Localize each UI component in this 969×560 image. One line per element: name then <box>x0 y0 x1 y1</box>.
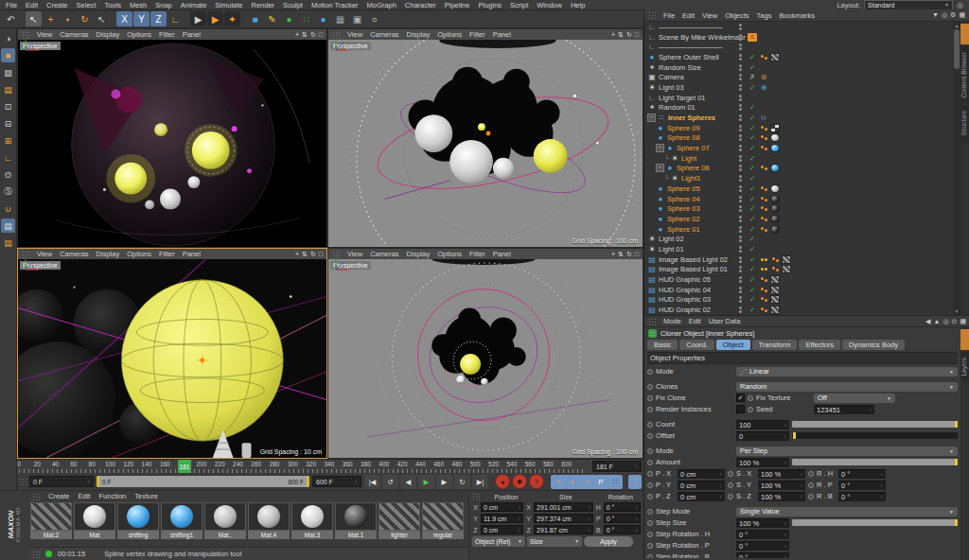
menu-edit[interactable]: Edit <box>26 1 38 9</box>
play-forward-button[interactable]: ▶ <box>418 475 434 489</box>
om-menu-file[interactable]: File <box>663 11 675 20</box>
keyframe-dot-icon[interactable] <box>647 433 653 439</box>
vis-tag[interactable] <box>736 295 746 304</box>
material-thumbnail[interactable] <box>379 502 420 531</box>
object-name[interactable]: Sphere Outer Shell <box>659 53 719 61</box>
vp-menu-filter[interactable]: Filter <box>469 250 485 258</box>
material-mat[interactable]: Mat <box>74 502 115 539</box>
frame-ruler[interactable]: 181 020406080100120140160180200220240260… <box>19 460 585 474</box>
rotate-view-icon[interactable]: ↻ <box>310 251 316 258</box>
keyframe-dot-icon[interactable] <box>728 471 733 477</box>
am-grid-icon[interactable]: ▦ <box>960 318 966 325</box>
maximize-view-icon[interactable]: □ <box>319 251 323 258</box>
material-menu-texture[interactable]: Texture <box>134 492 158 500</box>
phong-tag[interactable] <box>770 265 780 273</box>
object-name[interactable]: HUD Graphic 02 <box>659 306 711 314</box>
menu-script[interactable]: Script <box>510 1 528 9</box>
tex-hatch-tag[interactable] <box>770 295 780 304</box>
frame-tick-280[interactable]: 280 <box>270 461 280 467</box>
vis-tag[interactable] <box>736 43 746 51</box>
stepper-icon[interactable]: ↕ <box>781 433 786 439</box>
stepper-icon[interactable]: ↕ <box>781 554 786 558</box>
object-name[interactable]: Sphere 02 <box>667 215 700 223</box>
material-menu-edit[interactable]: Edit <box>79 492 91 500</box>
lock-z-axis-icon[interactable]: Z <box>150 11 167 26</box>
check-tag[interactable]: ✓ <box>748 174 757 183</box>
check-tag[interactable]: ✓ <box>748 265 757 273</box>
menu-window[interactable]: Window <box>537 1 562 9</box>
vis-tag[interactable] <box>736 73 746 81</box>
stepper-icon[interactable]: ↕ <box>797 471 802 477</box>
slider-handle[interactable] <box>955 421 958 428</box>
tex-dark-tag[interactable] <box>770 225 780 234</box>
vis-tag[interactable] <box>736 174 746 183</box>
compose-tag[interactable] <box>759 255 768 264</box>
key-position-button[interactable]: + <box>552 476 565 488</box>
stepper-icon[interactable]: ↕ <box>781 543 786 549</box>
frame-tick-80[interactable]: 80 <box>89 461 96 467</box>
object-name[interactable]: Inner Spheres <box>668 114 715 122</box>
side-tab-objects[interactable] <box>960 24 969 44</box>
object-row-hud-graphic-04[interactable]: ▤HUD Graphic 04✓ <box>644 285 953 295</box>
per-step-dropdown[interactable]: Per Step▼ <box>736 446 958 456</box>
vp-menu-options[interactable]: Options <box>437 30 462 39</box>
vis-tag[interactable] <box>736 53 746 61</box>
value-field[interactable]: 123451↕ <box>814 405 874 414</box>
goto-start-button[interactable]: |◀ <box>364 475 380 489</box>
scroll-down-icon[interactable]: ▼ <box>953 307 960 315</box>
material-thumbnail[interactable] <box>204 502 246 531</box>
vis-tag[interactable] <box>736 286 746 294</box>
object-name[interactable]: Light 03 <box>659 83 684 92</box>
stepper-icon[interactable]: ↕ <box>355 479 358 484</box>
keyframe-dot-icon[interactable] <box>748 407 753 412</box>
value-field[interactable]: 0↕ <box>736 431 789 441</box>
add-camera-icon[interactable]: ▣ <box>349 11 365 26</box>
keyframe-dot-icon[interactable] <box>647 532 653 537</box>
stepper-icon[interactable]: ↕ <box>716 482 722 488</box>
cloner-tag-tag[interactable]: ∷ <box>759 114 768 122</box>
check-tag[interactable]: ✓ <box>748 275 757 284</box>
object-row-sphere-09[interactable]: ●Sphere 09✓ <box>644 123 953 133</box>
add-mograph-icon[interactable]: ∷ <box>298 11 314 26</box>
object-name[interactable]: Light <box>681 154 696 163</box>
vp-menu-filter[interactable]: Filter <box>159 250 175 258</box>
menu-character[interactable]: Character <box>405 1 436 9</box>
frame-tick-560[interactable]: 560 <box>525 461 536 467</box>
vis-tag[interactable] <box>736 33 746 42</box>
stepper-icon[interactable]: ↕ <box>877 471 883 477</box>
vis-tag[interactable] <box>736 265 746 273</box>
check-tag[interactable]: ✓ <box>748 184 757 193</box>
object-name[interactable]: Sphere 05 <box>667 184 700 193</box>
workplane-mode-icon[interactable]: ▤ <box>1 82 15 96</box>
stepper-icon[interactable]: ↕ <box>877 494 883 499</box>
vis-tag[interactable] <box>736 184 746 193</box>
stepper-icon[interactable]: ↕ <box>518 527 520 533</box>
vis-tag[interactable] <box>736 275 746 284</box>
object-name[interactable]: ————————— <box>659 43 723 51</box>
stepper-icon[interactable]: ↕ <box>518 504 520 510</box>
render-settings-icon[interactable]: ✦ <box>224 11 240 26</box>
comment-tag[interactable]: ≡ <box>748 33 757 42</box>
menu-motion-tracker[interactable]: Motion Tracker <box>311 1 359 9</box>
object-row-sphere-06[interactable]: −●Sphere 06✓ <box>644 164 953 174</box>
tab-transform[interactable]: Transform <box>752 340 798 350</box>
tex-hatch-tag[interactable] <box>770 306 780 314</box>
loop-playback-button[interactable]: ↻ <box>454 475 470 489</box>
object-name[interactable]: HUD Graphic 05 <box>659 275 711 284</box>
material-lighter[interactable]: lighter <box>379 502 420 539</box>
linear-dropdown[interactable]: ⋰Linear▼ <box>736 367 958 376</box>
am-up-icon[interactable]: ▲ <box>933 318 940 325</box>
side-tab-content-browser[interactable]: Content Browser <box>960 46 969 103</box>
material-mat-1[interactable]: Mat.1 <box>335 502 377 539</box>
frame-tick-440[interactable]: 440 <box>415 461 426 467</box>
phong-tag[interactable] <box>759 225 768 234</box>
object-name[interactable]: HUD Graphic 03 <box>659 295 711 304</box>
object-name[interactable]: Sphere 04 <box>667 195 700 203</box>
frame-tick-340[interactable]: 340 <box>324 461 334 467</box>
key-parameter-button[interactable]: P <box>594 476 608 488</box>
tex-check-tag[interactable] <box>770 124 780 132</box>
live-selection-icon[interactable]: ↖ <box>26 11 42 26</box>
keyframe-dot-icon[interactable] <box>647 460 653 465</box>
slider-handle[interactable] <box>955 519 958 526</box>
vis-tag[interactable] <box>736 23 746 31</box>
